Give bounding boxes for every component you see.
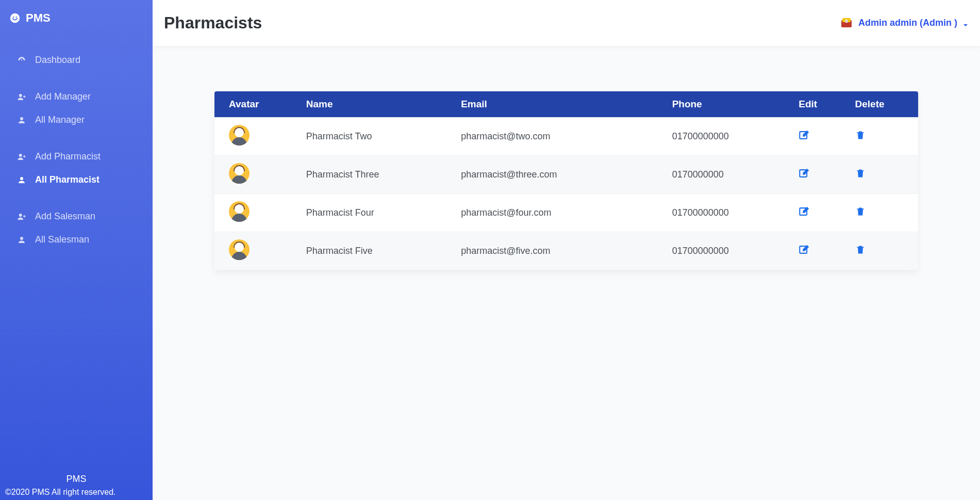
sidebar-item-label: Add Salesman [35, 211, 95, 222]
cell-edit [791, 194, 848, 232]
user-menu[interactable]: Admin admin (Admin ) [840, 17, 969, 29]
column-header-name: Name [299, 91, 454, 118]
svg-point-8 [20, 237, 23, 240]
cell-avatar [214, 118, 299, 156]
cell-email: pharmacist@three.com [454, 156, 665, 194]
svg-point-6 [20, 177, 23, 180]
column-header-delete: Delete [848, 91, 919, 118]
main: Pharmacists Admin admin (Admin ) Avatar … [153, 0, 980, 500]
avatar [229, 239, 250, 260]
cell-name: Pharmacist Four [299, 194, 454, 232]
edit-icon[interactable] [799, 244, 810, 255]
pharmacists-table: Avatar Name Email Phone Edit Delete Phar… [214, 91, 918, 270]
brand[interactable]: PMS [0, 0, 153, 32]
user-icon [16, 175, 27, 185]
svg-point-12 [845, 21, 846, 22]
user-menu-label: Admin admin (Admin ) [858, 18, 957, 28]
column-header-phone: Phone [665, 91, 792, 118]
svg-point-3 [19, 94, 22, 97]
sidebar-item-add-manager[interactable]: Add Manager [0, 85, 153, 108]
svg-point-4 [20, 117, 23, 120]
trash-icon[interactable] [855, 206, 867, 217]
edit-icon[interactable] [799, 168, 810, 179]
cell-edit [791, 156, 848, 194]
edit-icon[interactable] [799, 206, 810, 217]
table-row: Pharmacist Fourpharmacist@four.com017000… [214, 194, 918, 232]
cell-email: pharmacist@five.com [454, 232, 665, 270]
svg-point-5 [19, 154, 22, 157]
cell-delete [848, 232, 919, 270]
cell-avatar [214, 194, 299, 232]
sidebar-item-add-salesman[interactable]: Add Salesman [0, 205, 153, 228]
cell-email: pharmacist@two.com [454, 118, 665, 156]
cell-delete [848, 118, 919, 156]
pharmacists-table-card: Avatar Name Email Phone Edit Delete Phar… [214, 91, 918, 270]
sidebar-item-all-pharmacist[interactable]: All Pharmacist [0, 168, 153, 191]
sidebar-nav: Dashboard Add Manager All Manager [0, 32, 153, 251]
sidebar-item-label: Dashboard [35, 55, 80, 66]
cell-phone: 01700000000 [665, 194, 792, 232]
trash-icon[interactable] [855, 244, 867, 255]
svg-point-0 [10, 13, 20, 23]
cell-email: pharmacist@four.com [454, 194, 665, 232]
sidebar-item-label: All Pharmacist [35, 174, 99, 185]
trash-icon[interactable] [855, 168, 867, 179]
cell-delete [848, 194, 919, 232]
svg-point-11 [845, 20, 848, 23]
cell-edit [791, 118, 848, 156]
user-avatar-icon [840, 17, 853, 29]
sidebar-item-dashboard[interactable]: Dashboard [0, 49, 153, 72]
cell-name: Pharmacist Three [299, 156, 454, 194]
avatar [229, 201, 250, 222]
sidebar-item-all-salesman[interactable]: All Salesman [0, 228, 153, 251]
cell-phone: 01700000000 [665, 118, 792, 156]
header: Pharmacists Admin admin (Admin ) [153, 0, 980, 46]
table-row: Pharmacist Threepharmacist@three.com0170… [214, 156, 918, 194]
footer-brand: PMS [4, 474, 148, 485]
dashboard-icon [16, 55, 27, 66]
content: Avatar Name Email Phone Edit Delete Phar… [153, 50, 980, 291]
column-header-email: Email [454, 91, 665, 118]
avatar [229, 125, 250, 146]
user-icon [16, 235, 27, 245]
cell-avatar [214, 156, 299, 194]
footer-copyright: ©2020 PMS All right reserved. [4, 488, 148, 497]
column-header-edit: Edit [791, 91, 848, 118]
brand-icon [9, 12, 21, 24]
cell-phone: 0170000000 [665, 156, 792, 194]
table-row: Pharmacist Fivepharmacist@five.com017000… [214, 232, 918, 270]
svg-point-7 [19, 214, 22, 217]
user-plus-icon [16, 92, 27, 102]
svg-point-13 [846, 21, 848, 22]
avatar [229, 163, 250, 184]
cell-name: Pharmacist Two [299, 118, 454, 156]
brand-label: PMS [26, 11, 51, 25]
user-plus-icon [16, 152, 27, 162]
column-header-avatar: Avatar [214, 91, 299, 118]
sidebar-item-label: All Salesman [35, 234, 89, 245]
trash-icon[interactable] [855, 130, 867, 141]
page-title: Pharmacists [164, 13, 262, 33]
sidebar-item-add-pharmacist[interactable]: Add Pharmacist [0, 145, 153, 168]
sidebar: PMS Dashboard Add Manager [0, 0, 153, 500]
svg-point-1 [13, 17, 14, 18]
user-plus-icon [16, 212, 27, 222]
edit-icon[interactable] [799, 130, 810, 141]
sidebar-item-label: All Manager [35, 115, 85, 125]
cell-edit [791, 232, 848, 270]
user-icon [16, 115, 27, 125]
cell-delete [848, 156, 919, 194]
sidebar-footer: PMS ©2020 PMS All right reserved. [0, 469, 153, 500]
sidebar-item-all-manager[interactable]: All Manager [0, 108, 153, 132]
sidebar-item-label: Add Pharmacist [35, 151, 101, 162]
cell-name: Pharmacist Five [299, 232, 454, 270]
chevron-down-icon [962, 20, 969, 26]
cell-phone: 01700000000 [665, 232, 792, 270]
svg-point-2 [15, 17, 17, 18]
cell-avatar [214, 232, 299, 270]
sidebar-item-label: Add Manager [35, 91, 91, 102]
table-row: Pharmacist Twopharmacist@two.com01700000… [214, 118, 918, 156]
